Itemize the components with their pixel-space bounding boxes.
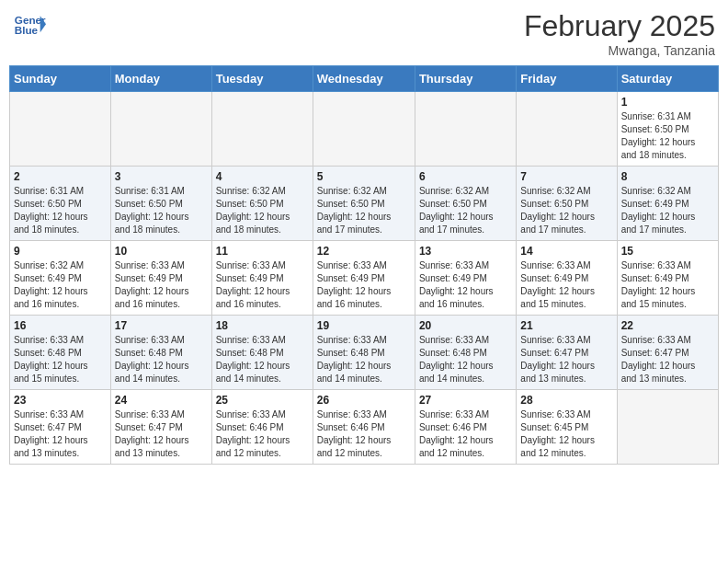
calendar-cell	[313, 92, 415, 167]
weekday-header-saturday: Saturday	[617, 66, 718, 92]
day-number: 23	[14, 394, 107, 407]
logo-icon: General Blue	[13, 9, 46, 42]
calendar-cell: 15Sunrise: 6:33 AM Sunset: 6:49 PM Dayli…	[617, 241, 718, 316]
day-info: Sunrise: 6:33 AM Sunset: 6:48 PM Dayligh…	[216, 334, 309, 385]
calendar-cell: 6Sunrise: 6:32 AM Sunset: 6:50 PM Daylig…	[415, 167, 516, 241]
day-info: Sunrise: 6:32 AM Sunset: 6:50 PM Dayligh…	[520, 185, 612, 236]
calendar-cell: 5Sunrise: 6:32 AM Sunset: 6:50 PM Daylig…	[313, 167, 415, 241]
day-number: 10	[115, 245, 208, 258]
weekday-header-tuesday: Tuesday	[211, 66, 313, 92]
day-info: Sunrise: 6:32 AM Sunset: 6:49 PM Dayligh…	[621, 185, 714, 236]
calendar-cell	[415, 92, 516, 167]
weekday-header-wednesday: Wednesday	[313, 66, 415, 92]
weekday-header-thursday: Thursday	[415, 66, 516, 92]
day-info: Sunrise: 6:32 AM Sunset: 6:50 PM Dayligh…	[419, 185, 512, 236]
day-number: 20	[419, 319, 512, 332]
calendar-cell: 20Sunrise: 6:33 AM Sunset: 6:48 PM Dayli…	[415, 316, 516, 390]
calendar-cell: 17Sunrise: 6:33 AM Sunset: 6:48 PM Dayli…	[110, 316, 211, 390]
calendar-cell: 18Sunrise: 6:33 AM Sunset: 6:48 PM Dayli…	[211, 316, 313, 390]
week-row-2: 2Sunrise: 6:31 AM Sunset: 6:50 PM Daylig…	[10, 167, 719, 241]
day-info: Sunrise: 6:33 AM Sunset: 6:49 PM Dayligh…	[419, 259, 512, 311]
day-number: 2	[14, 170, 107, 183]
day-info: Sunrise: 6:33 AM Sunset: 6:49 PM Dayligh…	[317, 259, 411, 311]
day-number: 6	[419, 170, 512, 183]
calendar-cell: 26Sunrise: 6:33 AM Sunset: 6:46 PM Dayli…	[313, 390, 415, 465]
logo: General Blue	[13, 9, 46, 42]
calendar-cell	[110, 92, 211, 167]
day-info: Sunrise: 6:33 AM Sunset: 6:48 PM Dayligh…	[14, 334, 107, 385]
day-info: Sunrise: 6:33 AM Sunset: 6:48 PM Dayligh…	[419, 334, 512, 385]
day-info: Sunrise: 6:33 AM Sunset: 6:49 PM Dayligh…	[115, 259, 208, 311]
page-header: General Blue February 2025 Mwanga, Tanza…	[9, 9, 719, 58]
day-info: Sunrise: 6:33 AM Sunset: 6:46 PM Dayligh…	[317, 408, 411, 460]
day-info: Sunrise: 6:31 AM Sunset: 6:50 PM Dayligh…	[621, 110, 714, 162]
location-title: Mwanga, Tanzania	[524, 43, 715, 58]
day-number: 12	[317, 245, 411, 258]
calendar-cell	[211, 92, 313, 167]
day-info: Sunrise: 6:31 AM Sunset: 6:50 PM Dayligh…	[14, 185, 107, 236]
calendar-cell: 1Sunrise: 6:31 AM Sunset: 6:50 PM Daylig…	[617, 92, 718, 167]
day-number: 22	[621, 319, 714, 332]
day-number: 11	[216, 245, 309, 258]
day-number: 18	[216, 319, 309, 332]
day-info: Sunrise: 6:33 AM Sunset: 6:49 PM Dayligh…	[520, 259, 612, 311]
calendar-cell: 19Sunrise: 6:33 AM Sunset: 6:48 PM Dayli…	[313, 316, 415, 390]
calendar-cell: 7Sunrise: 6:32 AM Sunset: 6:50 PM Daylig…	[517, 167, 617, 241]
day-number: 27	[419, 394, 512, 407]
calendar-cell: 16Sunrise: 6:33 AM Sunset: 6:48 PM Dayli…	[10, 316, 111, 390]
day-info: Sunrise: 6:33 AM Sunset: 6:47 PM Dayligh…	[621, 334, 714, 385]
day-info: Sunrise: 6:33 AM Sunset: 6:48 PM Dayligh…	[317, 334, 411, 385]
calendar-cell: 13Sunrise: 6:33 AM Sunset: 6:49 PM Dayli…	[415, 241, 516, 316]
day-info: Sunrise: 6:33 AM Sunset: 6:46 PM Dayligh…	[216, 408, 309, 460]
week-row-4: 16Sunrise: 6:33 AM Sunset: 6:48 PM Dayli…	[10, 316, 719, 390]
day-number: 8	[621, 170, 714, 183]
day-number: 1	[621, 96, 714, 109]
weekday-header-row: SundayMondayTuesdayWednesdayThursdayFrid…	[10, 66, 719, 92]
week-row-5: 23Sunrise: 6:33 AM Sunset: 6:47 PM Dayli…	[10, 390, 719, 465]
day-number: 24	[115, 394, 208, 407]
day-number: 25	[216, 394, 309, 407]
day-number: 17	[115, 319, 208, 332]
day-info: Sunrise: 6:31 AM Sunset: 6:50 PM Dayligh…	[115, 185, 208, 236]
calendar-cell	[517, 92, 617, 167]
weekday-header-friday: Friday	[517, 66, 617, 92]
day-number: 21	[520, 319, 612, 332]
weekday-header-monday: Monday	[110, 66, 211, 92]
day-number: 16	[14, 319, 107, 332]
week-row-1: 1Sunrise: 6:31 AM Sunset: 6:50 PM Daylig…	[10, 92, 719, 167]
calendar-cell: 10Sunrise: 6:33 AM Sunset: 6:49 PM Dayli…	[110, 241, 211, 316]
day-info: Sunrise: 6:33 AM Sunset: 6:46 PM Dayligh…	[419, 408, 512, 460]
day-number: 15	[621, 245, 714, 258]
calendar-cell: 8Sunrise: 6:32 AM Sunset: 6:49 PM Daylig…	[617, 167, 718, 241]
day-number: 28	[520, 394, 612, 407]
calendar-cell: 28Sunrise: 6:33 AM Sunset: 6:45 PM Dayli…	[517, 390, 617, 465]
svg-text:Blue: Blue	[15, 24, 39, 36]
calendar-cell	[617, 390, 718, 465]
day-info: Sunrise: 6:33 AM Sunset: 6:48 PM Dayligh…	[115, 334, 208, 385]
day-number: 26	[317, 394, 411, 407]
day-info: Sunrise: 6:32 AM Sunset: 6:49 PM Dayligh…	[14, 259, 107, 311]
weekday-header-sunday: Sunday	[10, 66, 111, 92]
calendar-cell: 3Sunrise: 6:31 AM Sunset: 6:50 PM Daylig…	[110, 167, 211, 241]
calendar-cell: 14Sunrise: 6:33 AM Sunset: 6:49 PM Dayli…	[517, 241, 617, 316]
day-number: 13	[419, 245, 512, 258]
calendar-cell: 9Sunrise: 6:32 AM Sunset: 6:49 PM Daylig…	[10, 241, 111, 316]
calendar-cell: 12Sunrise: 6:33 AM Sunset: 6:49 PM Dayli…	[313, 241, 415, 316]
day-info: Sunrise: 6:32 AM Sunset: 6:50 PM Dayligh…	[216, 185, 309, 236]
calendar-cell: 22Sunrise: 6:33 AM Sunset: 6:47 PM Dayli…	[617, 316, 718, 390]
day-number: 14	[520, 245, 612, 258]
calendar-cell: 4Sunrise: 6:32 AM Sunset: 6:50 PM Daylig…	[211, 167, 313, 241]
calendar-cell: 27Sunrise: 6:33 AM Sunset: 6:46 PM Dayli…	[415, 390, 516, 465]
day-info: Sunrise: 6:33 AM Sunset: 6:47 PM Dayligh…	[115, 408, 208, 460]
calendar-cell	[10, 92, 111, 167]
day-info: Sunrise: 6:33 AM Sunset: 6:49 PM Dayligh…	[216, 259, 309, 311]
calendar-cell: 23Sunrise: 6:33 AM Sunset: 6:47 PM Dayli…	[10, 390, 111, 465]
day-number: 7	[520, 170, 612, 183]
calendar-cell: 11Sunrise: 6:33 AM Sunset: 6:49 PM Dayli…	[211, 241, 313, 316]
title-block: February 2025 Mwanga, Tanzania	[524, 9, 715, 58]
day-info: Sunrise: 6:33 AM Sunset: 6:47 PM Dayligh…	[14, 408, 107, 460]
day-number: 5	[317, 170, 411, 183]
calendar-table: SundayMondayTuesdayWednesdayThursdayFrid…	[9, 65, 719, 465]
day-number: 19	[317, 319, 411, 332]
day-number: 3	[115, 170, 208, 183]
